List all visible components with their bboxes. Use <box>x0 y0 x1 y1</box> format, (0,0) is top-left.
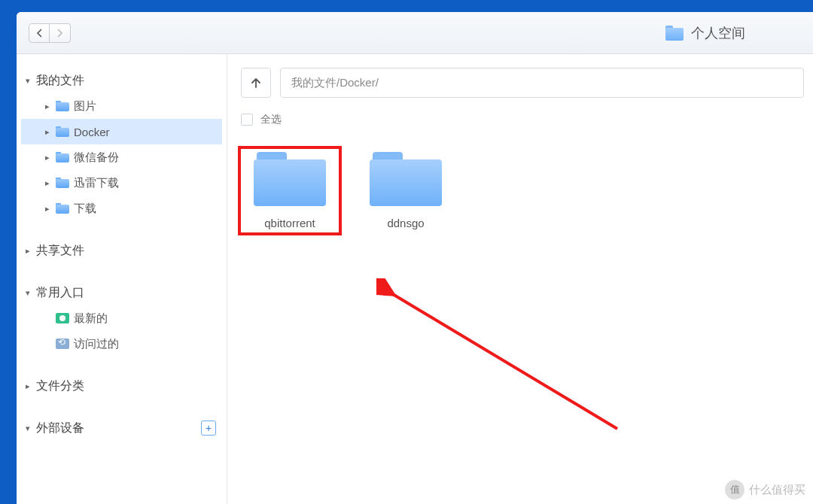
sidebar-item-categories[interactable]: 文件分类 <box>21 373 222 399</box>
sidebar: 我的文件 图片 Docker 微信备份 <box>17 54 227 504</box>
chevron-down-icon <box>24 76 32 86</box>
sidebar-section-shortcuts: 常用入口 最新的 访问过的 <box>21 280 222 357</box>
sidebar-item-label: 最新的 <box>74 311 108 326</box>
sidebar-section-shared: 共享文件 <box>21 238 222 263</box>
chevron-right-icon <box>56 29 63 38</box>
back-button[interactable] <box>29 23 50 43</box>
folder-icon <box>56 101 69 111</box>
folder-icon <box>56 126 69 137</box>
chevron-right-icon <box>44 178 51 188</box>
folder-ddnsgo[interactable]: ddnsgo <box>357 149 455 232</box>
sidebar-section-categories: 文件分类 <box>21 373 222 399</box>
folder-icon <box>56 203 69 214</box>
nav-buttons <box>29 23 71 43</box>
sidebar-item-label: 访问过的 <box>74 337 119 351</box>
sidebar-item-shortcuts[interactable]: 常用入口 <box>21 280 222 305</box>
sidebar-item-downloads[interactable]: 下载 <box>21 196 222 221</box>
sidebar-item-shared[interactable]: 共享文件 <box>21 238 222 263</box>
chevron-right-icon <box>44 102 51 111</box>
select-all-label: 全选 <box>260 113 282 126</box>
file-label: qbittorrent <box>264 217 315 229</box>
chevron-right-icon <box>44 153 51 162</box>
path-input[interactable]: 我的文件/Docker/ <box>280 68 804 98</box>
path-bar: 我的文件/Docker/ <box>227 54 813 107</box>
sidebar-item-label: 微信备份 <box>74 150 119 165</box>
chevron-left-icon <box>36 29 43 38</box>
arrow-up-icon <box>250 77 262 89</box>
sidebar-item-recent[interactable]: 最新的 <box>21 305 222 331</box>
sidebar-item-label: 图片 <box>74 99 96 114</box>
folder-icon <box>254 152 326 206</box>
window-title-text: 个人空间 <box>691 24 745 42</box>
sidebar-section-my-files: 我的文件 图片 Docker 微信备份 <box>21 68 222 221</box>
select-all-checkbox[interactable] <box>241 114 253 126</box>
sidebar-item-wechat-backup[interactable]: 微信备份 <box>21 144 222 170</box>
titlebar: 个人空间 <box>17 12 813 54</box>
chevron-down-icon <box>24 424 32 433</box>
chevron-right-icon <box>44 127 51 137</box>
forward-button[interactable] <box>50 23 71 43</box>
sidebar-item-label: 我的文件 <box>36 73 84 89</box>
main-panel: 我的文件/Docker/ 全选 qbittorrent ddnsgo <box>227 54 813 504</box>
file-label: ddnsgo <box>387 217 424 229</box>
sidebar-item-external[interactable]: 外部设备 + <box>21 415 222 441</box>
sidebar-item-label: 外部设备 <box>36 421 84 436</box>
folder-icon <box>56 152 69 162</box>
sidebar-item-docker[interactable]: Docker <box>21 119 222 144</box>
sidebar-item-label: 常用入口 <box>36 285 84 301</box>
sidebar-section-external: 外部设备 + <box>21 415 222 441</box>
sidebar-item-pictures[interactable]: 图片 <box>21 93 222 119</box>
recent-icon <box>56 313 69 323</box>
sidebar-item-label: 下载 <box>74 202 96 216</box>
sidebar-item-xunlei-downloads[interactable]: 迅雷下载 <box>21 170 222 196</box>
folder-icon <box>370 152 442 206</box>
chevron-right-icon <box>44 204 51 214</box>
window-body: 我的文件 图片 Docker 微信备份 <box>17 54 813 504</box>
file-grid: qbittorrent ddnsgo <box>227 134 813 504</box>
history-icon <box>56 339 69 349</box>
sidebar-item-label: 文件分类 <box>36 378 84 394</box>
sidebar-item-label: 迅雷下载 <box>74 176 119 190</box>
chevron-down-icon <box>24 288 32 298</box>
sidebar-item-label: 共享文件 <box>36 243 84 259</box>
chevron-right-icon <box>24 246 32 256</box>
folder-qbittorrent[interactable]: qbittorrent <box>241 149 339 232</box>
add-device-button[interactable]: + <box>201 421 216 436</box>
file-manager-window: 个人空间 我的文件 图片 Docker <box>17 12 813 504</box>
select-all-bar: 全选 <box>227 107 813 134</box>
window-title: 个人空间 <box>665 24 745 42</box>
folder-icon <box>56 178 69 188</box>
sidebar-item-label: Docker <box>74 126 110 138</box>
folder-icon <box>665 26 684 41</box>
up-button[interactable] <box>241 68 271 98</box>
chevron-right-icon <box>24 381 32 391</box>
sidebar-item-my-files[interactable]: 我的文件 <box>21 68 222 93</box>
sidebar-item-visited[interactable]: 访问过的 <box>21 331 222 357</box>
path-text: 我的文件/Docker/ <box>291 76 379 90</box>
